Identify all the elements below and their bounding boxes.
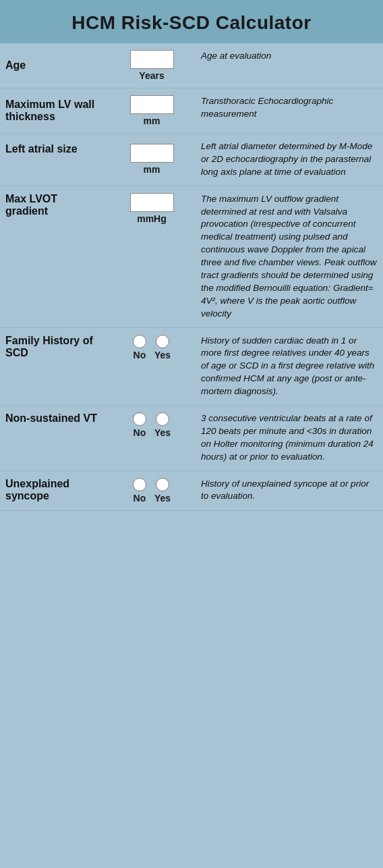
- left-atrial-description: Left atrial diameter determined by M-Mod…: [196, 134, 383, 186]
- age-input[interactable]: [130, 50, 174, 69]
- syncope-yes-option: Yes: [154, 478, 171, 504]
- nsvt-no-option: No: [133, 412, 146, 438]
- lvot-input-cell: mmHg: [108, 186, 196, 327]
- family-history-radio-group: No Yes: [113, 335, 190, 360]
- lv-thickness-label: Maximum LV wall thickness: [0, 88, 108, 134]
- family-history-no-radio[interactable]: [133, 335, 146, 348]
- syncope-yes-label: Yes: [154, 493, 171, 504]
- lv-thickness-unit: mm: [113, 115, 190, 126]
- lv-thickness-input[interactable]: [130, 95, 174, 114]
- age-label: Age: [0, 43, 108, 88]
- lvot-unit: mmHg: [113, 213, 190, 224]
- age-description: Age at evaluation: [196, 43, 383, 88]
- family-history-input-cell: No Yes: [108, 327, 196, 405]
- lvot-description: The maximum LV outflow gradient determin…: [196, 186, 383, 327]
- nsvt-yes-label: Yes: [154, 427, 171, 438]
- nsvt-no-label: No: [134, 427, 146, 438]
- syncope-input-cell: No Yes: [108, 470, 196, 510]
- nsvt-description: 3 consecutive ventricular beats at a rat…: [196, 406, 383, 471]
- family-history-yes-radio[interactable]: [156, 335, 169, 348]
- lv-thickness-description: Transthoracic Echocardiographic measurem…: [196, 88, 383, 134]
- left-atrial-label: Left atrial size: [0, 134, 108, 186]
- nsvt-input-cell: No Yes: [108, 406, 196, 471]
- family-history-yes-label: Yes: [154, 350, 171, 360]
- lvot-label: Max LVOT gradient: [0, 186, 108, 327]
- family-history-yes-option: Yes: [154, 335, 171, 360]
- age-unit: Years: [113, 70, 190, 81]
- lv-thickness-input-cell: mm: [108, 88, 196, 134]
- page-title: HCM Risk-SCD Calculator: [0, 0, 383, 43]
- family-history-no-label: No: [134, 350, 146, 360]
- syncope-yes-radio[interactable]: [156, 478, 169, 491]
- left-atrial-unit: mm: [113, 164, 190, 175]
- family-history-description: History of sudden cardiac death in 1 or …: [196, 327, 383, 405]
- left-atrial-input[interactable]: [130, 144, 174, 163]
- family-history-label: Family History of SCD: [0, 327, 108, 405]
- syncope-radio-group: No Yes: [113, 478, 190, 504]
- nsvt-yes-option: Yes: [154, 412, 171, 438]
- left-atrial-input-cell: mm: [108, 134, 196, 186]
- age-input-cell: Years: [108, 43, 196, 88]
- lvot-input[interactable]: [130, 193, 174, 212]
- nsvt-yes-radio[interactable]: [156, 412, 169, 426]
- nsvt-label: Non-sustained VT: [0, 406, 108, 471]
- syncope-label: Unexplained syncope: [0, 470, 108, 510]
- family-history-no-option: No: [133, 335, 146, 360]
- syncope-no-radio[interactable]: [133, 478, 146, 491]
- syncope-no-label: No: [134, 493, 146, 504]
- syncope-description: History of unexplained syncope at or pri…: [196, 470, 383, 510]
- nsvt-no-radio[interactable]: [133, 412, 146, 426]
- nsvt-radio-group: No Yes: [113, 412, 190, 438]
- syncope-no-option: No: [133, 478, 146, 504]
